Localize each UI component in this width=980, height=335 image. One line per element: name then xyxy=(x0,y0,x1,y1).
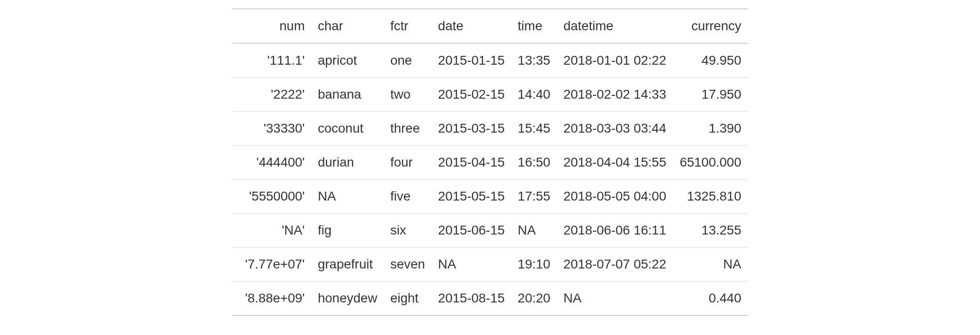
cell-currency: 49.950 xyxy=(673,43,748,78)
cell-time: 15:45 xyxy=(511,112,557,146)
data-table: num char fctr date time datetime currenc… xyxy=(232,8,748,316)
cell-num: 'NA' xyxy=(232,214,311,248)
cell-datetime: NA xyxy=(557,281,673,316)
table-row: '7.77e+07' grapefruit seven NA 19:10 201… xyxy=(232,248,748,281)
cell-fctr: eight xyxy=(384,281,432,316)
cell-datetime: 2018-02-02 14:33 xyxy=(557,78,673,112)
cell-char: apricot xyxy=(311,43,384,78)
header-row: num char fctr date time datetime currenc… xyxy=(232,9,748,43)
header-fctr: fctr xyxy=(384,9,432,43)
cell-fctr: seven xyxy=(384,248,432,281)
cell-num: '33330' xyxy=(232,112,311,146)
cell-currency: 1325.810 xyxy=(673,180,748,214)
cell-fctr: three xyxy=(384,112,432,146)
cell-time: 16:50 xyxy=(511,146,557,180)
cell-date: 2015-04-15 xyxy=(431,146,511,180)
cell-datetime: 2018-01-01 02:22 xyxy=(557,43,673,78)
cell-char: honeydew xyxy=(311,281,384,316)
cell-num: '2222' xyxy=(232,78,311,112)
cell-time: 14:40 xyxy=(511,78,557,112)
cell-date: 2015-01-15 xyxy=(431,43,511,78)
cell-datetime: 2018-03-03 03:44 xyxy=(557,112,673,146)
cell-datetime: 2018-04-04 15:55 xyxy=(557,146,673,180)
cell-num: '111.1' xyxy=(232,43,311,78)
cell-datetime: 2018-07-07 05:22 xyxy=(557,248,673,281)
cell-time: 17:55 xyxy=(511,180,557,214)
cell-time: 19:10 xyxy=(511,248,557,281)
cell-currency: NA xyxy=(673,248,748,281)
cell-char: NA xyxy=(311,180,384,214)
cell-num: '444400' xyxy=(232,146,311,180)
cell-fctr: two xyxy=(384,78,432,112)
cell-date: 2015-03-15 xyxy=(431,112,511,146)
cell-fctr: six xyxy=(384,214,432,248)
cell-fctr: four xyxy=(384,146,432,180)
cell-time: 20:20 xyxy=(511,281,557,316)
table-row: '2222' banana two 2015-02-15 14:40 2018-… xyxy=(232,78,748,112)
header-char: char xyxy=(311,9,384,43)
cell-currency: 13.255 xyxy=(673,214,748,248)
cell-num: '5550000' xyxy=(232,180,311,214)
cell-currency: 1.390 xyxy=(673,112,748,146)
cell-time: NA xyxy=(511,214,557,248)
cell-char: durian xyxy=(311,146,384,180)
header-date: date xyxy=(431,9,511,43)
header-datetime: datetime xyxy=(557,9,673,43)
cell-currency: 0.440 xyxy=(673,281,748,316)
cell-date: NA xyxy=(431,248,511,281)
cell-fctr: five xyxy=(384,180,432,214)
cell-num: '7.77e+07' xyxy=(232,248,311,281)
cell-num: '8.88e+09' xyxy=(232,281,311,316)
cell-date: 2015-02-15 xyxy=(431,78,511,112)
table-row: '8.88e+09' honeydew eight 2015-08-15 20:… xyxy=(232,281,748,316)
cell-currency: 17.950 xyxy=(673,78,748,112)
cell-char: coconut xyxy=(311,112,384,146)
cell-char: banana xyxy=(311,78,384,112)
header-currency: currency xyxy=(673,9,748,43)
cell-currency: 65100.000 xyxy=(673,146,748,180)
header-time: time xyxy=(511,9,557,43)
cell-date: 2015-05-15 xyxy=(431,180,511,214)
cell-char: grapefruit xyxy=(311,248,384,281)
table-row: 'NA' fig six 2015-06-15 NA 2018-06-06 16… xyxy=(232,214,748,248)
table-row: '111.1' apricot one 2015-01-15 13:35 201… xyxy=(232,43,748,78)
table-row: '5550000' NA five 2015-05-15 17:55 2018-… xyxy=(232,180,748,214)
cell-datetime: 2018-05-05 04:00 xyxy=(557,180,673,214)
header-num: num xyxy=(232,9,311,43)
table-row: '33330' coconut three 2015-03-15 15:45 2… xyxy=(232,112,748,146)
cell-char: fig xyxy=(311,214,384,248)
cell-fctr: one xyxy=(384,43,432,78)
table-row: '444400' durian four 2015-04-15 16:50 20… xyxy=(232,146,748,180)
cell-date: 2015-06-15 xyxy=(431,214,511,248)
cell-time: 13:35 xyxy=(511,43,557,78)
cell-datetime: 2018-06-06 16:11 xyxy=(557,214,673,248)
cell-date: 2015-08-15 xyxy=(431,281,511,316)
table-body: '111.1' apricot one 2015-01-15 13:35 201… xyxy=(232,43,748,315)
